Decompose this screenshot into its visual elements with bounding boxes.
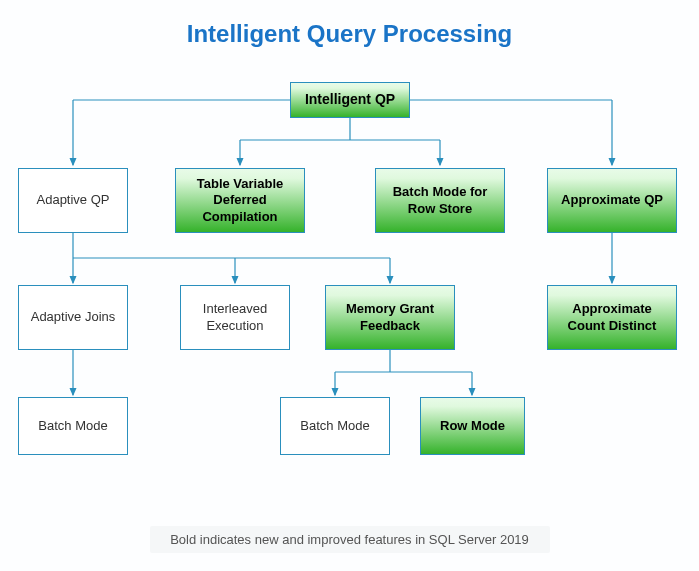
node-intelligent-qp: Intelligent QP	[290, 82, 410, 118]
node-memory-grant-feedback: Memory Grant Feedback	[325, 285, 455, 350]
node-row-mode: Row Mode	[420, 397, 525, 455]
footer-note: Bold indicates new and improved features…	[150, 526, 550, 553]
node-adaptive-qp: Adaptive QP	[18, 168, 128, 233]
node-adaptive-joins: Adaptive Joins	[18, 285, 128, 350]
node-approximate-qp: Approximate QP	[547, 168, 677, 233]
diagram-title: Intelligent Query Processing	[0, 20, 699, 48]
node-approximate-count-distinct: Approximate Count Distinct	[547, 285, 677, 350]
node-table-variable-deferred-compilation: Table Variable Deferred Compilation	[175, 168, 305, 233]
node-batch-mode-mgf: Batch Mode	[280, 397, 390, 455]
node-interleaved-execution: Interleaved Execution	[180, 285, 290, 350]
node-batch-mode-adaptive-joins: Batch Mode	[18, 397, 128, 455]
node-batch-mode-row-store: Batch Mode for Row Store	[375, 168, 505, 233]
